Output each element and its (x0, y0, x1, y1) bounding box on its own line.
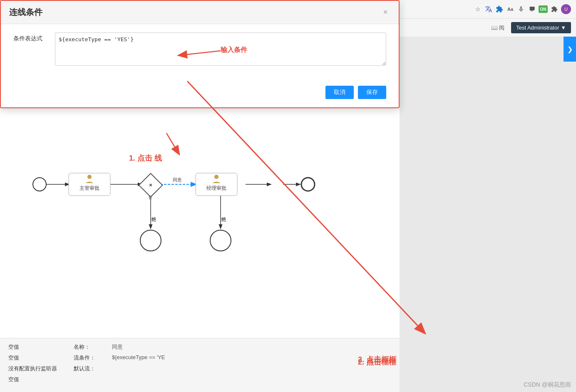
workflow-svg: 主管审批 × 🗑 经理审批 同意 拒绝 拒绝 (0, 153, 400, 320)
dialog-close-button[interactable]: × (380, 7, 390, 17)
sidebar-toggle-btn[interactable]: ❯ (564, 37, 576, 62)
bottom-value-name: 同意 (112, 343, 165, 351)
dialog-overlay: 连线条件 × 条件表达式 ${executeType == 'YES'} 取消 … (0, 0, 400, 108)
right-panel (400, 37, 576, 392)
bottom-col-1: 空值 空值 没有配置执行监听器 空值 (8, 343, 57, 383)
save-button[interactable]: 保存 (358, 86, 386, 99)
bottom-panel: 空值 空值 没有配置执行监听器 空值 名称： 流条件： 默认流： 同意 ${ex… (0, 338, 400, 392)
browser-toolbar: ☆ Aa ON U (474, 0, 576, 18)
svg-rect-11 (139, 174, 163, 197)
cancel-button[interactable]: 取消 (325, 86, 354, 99)
svg-text:拒绝: 拒绝 (152, 217, 157, 222)
svg-text:×: × (149, 182, 152, 188)
bottom-item-4: 空值 (8, 376, 57, 383)
dialog-body: 条件表达式 ${executeType == 'YES'} (1, 24, 399, 81)
svg-point-9 (87, 175, 92, 179)
bottom-label-condition: 流条件： (74, 354, 95, 362)
svg-text:🗑: 🗑 (148, 195, 153, 200)
bottom-item-3: 没有配置执行监听器 (8, 365, 57, 372)
workflow-canvas: 主管审批 × 🗑 经理审批 同意 拒绝 拒绝 (0, 153, 400, 320)
watermark: CSDN @桐花思雨 (524, 381, 571, 389)
read-mode-btn[interactable]: 📖 阅 (491, 24, 505, 32)
svg-point-7 (33, 178, 46, 191)
bottom-value-condition: ${executeType == 'YE (112, 354, 165, 360)
extensions-icon[interactable] (495, 5, 504, 13)
condition-textarea[interactable]: ${executeType == 'YES'} (55, 32, 386, 66)
svg-point-19 (210, 230, 231, 251)
bottom-item-2: 空值 (8, 354, 57, 362)
connection-condition-dialog: 连线条件 × 条件表达式 ${executeType == 'YES'} 取消 … (0, 0, 400, 108)
bottom-col-3: 同意 ${executeType == 'YE (112, 343, 165, 383)
dialog-footer: 取消 保存 (1, 81, 399, 107)
svg-rect-8 (69, 173, 110, 196)
a-icon[interactable]: Aa (506, 5, 514, 13)
admin-dropdown[interactable]: Test Administrator ▼ (511, 22, 571, 33)
svg-text:拒绝: 拒绝 (222, 217, 227, 222)
bottom-label-default: 默认流： (74, 365, 95, 372)
bottom-panel-content: 空值 空值 没有配置执行监听器 空值 名称： 流条件： 默认流： 同意 ${ex… (0, 338, 400, 388)
browser-icons: ☆ Aa ON U (474, 4, 571, 14)
condition-form-row: 条件表达式 ${executeType == 'YES'} (13, 32, 386, 66)
screen-icon[interactable] (528, 5, 536, 13)
svg-point-18 (140, 230, 161, 251)
dialog-header: 连线条件 × (1, 1, 399, 24)
dialog-title: 连线条件 (9, 7, 42, 18)
step2-annotation: 2. 点击框框 (358, 357, 396, 367)
svg-rect-14 (196, 173, 237, 196)
svg-text:同意: 同意 (173, 177, 182, 182)
star-icon[interactable]: ☆ (474, 5, 482, 13)
puzzle-icon[interactable] (550, 5, 559, 13)
svg-text:经理审批: 经理审批 (206, 185, 226, 191)
voice-icon[interactable] (517, 5, 525, 13)
condition-label: 条件表达式 (13, 32, 47, 42)
svg-point-17 (301, 178, 315, 191)
svg-text:主管审批: 主管审批 (79, 185, 99, 191)
user-icon[interactable]: U (561, 4, 571, 14)
bottom-col-2: 名称： 流条件： 默认流： (74, 343, 95, 383)
bottom-label-name: 名称： (74, 343, 95, 351)
translate2-icon[interactable]: ON (539, 5, 548, 13)
svg-point-15 (214, 175, 218, 179)
bottom-item-1: 空值 (8, 343, 57, 351)
translate-icon[interactable] (484, 5, 493, 13)
